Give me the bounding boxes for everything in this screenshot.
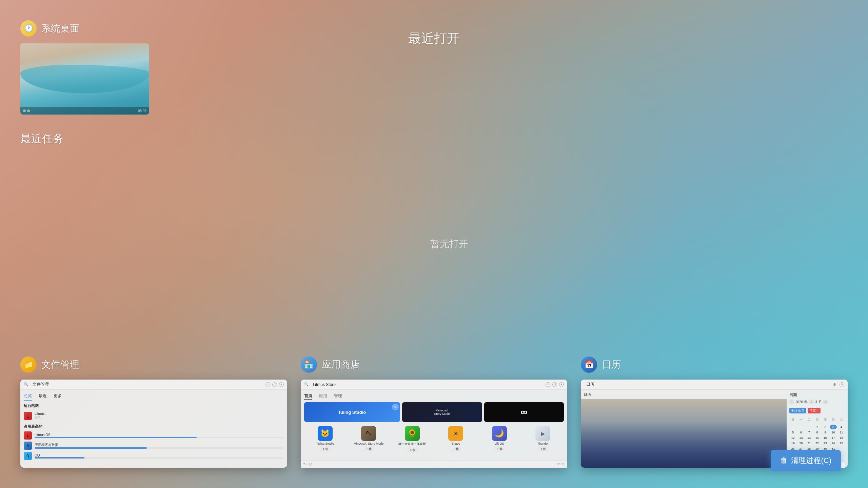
app-store-section: 🏪 应用商店 🔍 Litmus Store — □ ✕ 首页 应用 [301, 357, 568, 468]
cal-day-cell[interactable]: 16 [822, 435, 829, 440]
cal-title-bar: 日历 [581, 390, 787, 399]
minecraft-banner: MinecraftStory Mode [402, 402, 482, 422]
calendar-label: 日历 [602, 358, 621, 371]
cal-day-cell[interactable]: 8 [813, 430, 821, 435]
store-footer: ≡ ○ ⬡ 08:11 [301, 460, 568, 468]
cal-day-cell[interactable]: 22 [813, 441, 821, 446]
infinity-icon: ∞ [520, 407, 527, 418]
shape-download-btn[interactable]: 下载 [450, 446, 461, 452]
thunder-download-btn[interactable]: 下载 [537, 446, 549, 452]
tuling-download-btn[interactable]: 下载 [319, 446, 331, 452]
cal-day-sun: 日 [789, 418, 797, 422]
cal-day-cell[interactable]: 18 [837, 435, 845, 440]
cal-day-cell[interactable]: 5 [789, 430, 797, 435]
file-manager-window[interactable]: 🔍 文件管理 — □ ✕ 总览 最近 更多 这台电脑 [20, 380, 287, 468]
sunflower-download-btn[interactable]: 下载 [407, 447, 418, 453]
fm-progress-0-name: Litmus OS [35, 433, 284, 437]
minecraft-download-btn[interactable]: 下载 [363, 446, 374, 452]
cal-day-cell[interactable]: 9 [822, 430, 829, 435]
maximize-button[interactable]: □ [272, 382, 277, 387]
cal-day-cell[interactable]: 14 [805, 435, 813, 440]
close-button[interactable]: ✕ [279, 382, 284, 387]
cal-day-headers: 日 一 二 三 四 五 六 [789, 418, 845, 422]
thumb-dot-2 [27, 109, 30, 112]
fm-tab-more[interactable]: 更多 [54, 393, 62, 401]
cal-init-btn[interactable]: 初始化(J) [789, 408, 806, 413]
cal-day-cell [805, 425, 813, 429]
cal-day-cell[interactable]: 7 [805, 430, 813, 435]
system-desktop-label: 系统桌面 [41, 22, 79, 35]
thunder-app-icon: ▶ [535, 426, 550, 441]
cal-day-fri: 五 [830, 418, 837, 422]
cal-year-next[interactable]: › [809, 400, 814, 404]
store-tab-manage[interactable]: 管理 [334, 393, 342, 400]
cal-day-cell[interactable]: 10 [830, 430, 837, 435]
cal-settings-icon: ⚙ [833, 383, 836, 386]
progress-bar-1 [35, 447, 284, 449]
clock-icon: 🕐 [20, 20, 37, 37]
cal-day-cell[interactable]: 12 [789, 435, 797, 440]
cal-month-next[interactable]: › [823, 400, 828, 404]
cal-day-cell[interactable]: 20 [797, 441, 805, 446]
cal-bg [581, 390, 787, 468]
fm-progress-0: L Litmus OS [24, 430, 284, 441]
system-desktop-section: 🕐 系统桌面 08:08 [20, 20, 183, 115]
store-maximize-button[interactable]: □ [552, 382, 557, 387]
cal-day-cell[interactable]: 13 [797, 435, 805, 440]
cal-day-cell[interactable]: 6 [797, 430, 805, 435]
cal-day-cell[interactable]: 3 [830, 425, 837, 429]
clean-process-button[interactable]: 🗑 清理进程(C) [771, 450, 841, 471]
shape-banner-inner: ∞ [484, 402, 564, 422]
minimize-button[interactable]: — [265, 382, 270, 387]
store-footer-icons: ≡ ○ ⬡ [303, 462, 312, 466]
store-app-thunder: ▶ Thunder 下载 [522, 426, 564, 453]
cal-day-cell[interactable]: 17 [830, 435, 837, 440]
cal-year-prev[interactable]: ‹ [789, 400, 794, 404]
cal-day-mon: 一 [797, 418, 805, 422]
fm-item-0-name: Litmus... [35, 412, 284, 415]
cal-day-cell[interactable]: 25 [837, 441, 845, 446]
progress-fill-2 [35, 457, 84, 459]
cal-clear-btn[interactable]: 清空(I) [808, 408, 821, 413]
store-tab-home[interactable]: 首页 [304, 393, 312, 400]
shape-banner: ∞ [484, 402, 564, 422]
litmus-icon-2: L [24, 431, 32, 440]
app-store-window-wrapper: 🔍 Litmus Store — □ ✕ 首页 应用 管理 [301, 380, 568, 468]
empty-state-text: 暂无打开 [430, 238, 468, 250]
cal-day-cell[interactable]: 2 [822, 425, 829, 429]
fm-item-0-sub: 占用... [35, 415, 284, 420]
calendar-title-text: 日历 [586, 382, 831, 387]
calendar-titlebar: 日历 ⚙ ✕ [581, 380, 848, 390]
progress-fill-1 [35, 447, 147, 449]
cal-year-unit: 年 [804, 400, 808, 404]
cal-day-cell[interactable]: 4 [837, 425, 845, 429]
sunflower-app-icon: 🌻 [405, 426, 420, 441]
progress-bar-2 [35, 457, 284, 459]
thumbnail-footer: 08:08 [20, 107, 149, 115]
store-tab-apps[interactable]: 应用 [319, 393, 327, 400]
cal-day-cell[interactable]: 19 [789, 441, 797, 446]
cal-close-button[interactable]: ✕ [840, 382, 844, 387]
cal-day-cell[interactable]: 23 [822, 441, 829, 446]
progress-bar-0 [35, 437, 284, 438]
desktop-thumbnail[interactable]: 08:08 [20, 43, 149, 115]
store-icon: 🏪 [301, 357, 317, 373]
app-store-titlebar: 🔍 Litmus Store — □ ✕ [301, 380, 568, 390]
cal-day-cell[interactable]: 11 [837, 430, 845, 435]
cal-day-thu: 四 [822, 418, 829, 422]
liftos-download-btn[interactable]: 下载 [494, 446, 505, 452]
cal-day-cell[interactable]: 1 [813, 425, 821, 429]
store-minimize-button[interactable]: — [546, 382, 550, 387]
fm-computer-title: 这台电脑 [24, 403, 284, 408]
file-manager-section: 📁 文件管理 🔍 文件管理 — □ ✕ 总览 最近 [20, 357, 287, 468]
cal-year: 2020 [795, 400, 803, 404]
fm-tab-recent[interactable]: 最近 [39, 393, 47, 401]
fm-tab-overview[interactable]: 总览 [24, 393, 32, 401]
file-manager-titlebar: 🔍 文件管理 — □ ✕ [20, 380, 287, 390]
cal-day-wed: 三 [813, 418, 821, 422]
app-store-window[interactable]: 🔍 Litmus Store — □ ✕ 首页 应用 管理 [301, 380, 568, 468]
store-close-button[interactable]: ✕ [559, 382, 564, 387]
cal-day-cell[interactable]: 15 [813, 435, 821, 440]
cal-day-cell[interactable]: 24 [830, 441, 837, 446]
cal-day-cell[interactable]: 21 [805, 441, 813, 446]
